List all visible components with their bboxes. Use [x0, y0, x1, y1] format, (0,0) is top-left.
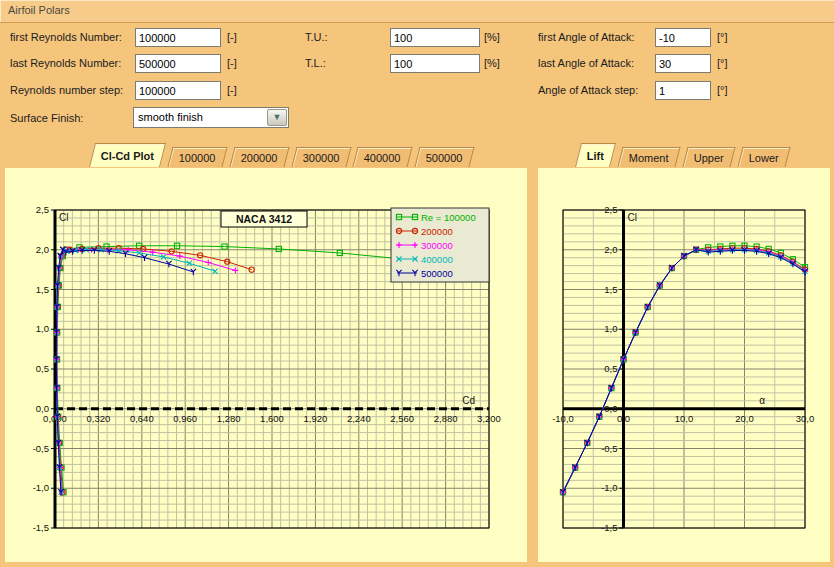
tab-label: Cl-Cd Plot [101, 150, 154, 162]
svg-text:0,320: 0,320 [87, 413, 111, 424]
chart-title: NACA 3412 [236, 213, 292, 225]
reynolds-step-unit: [-] [227, 84, 237, 96]
surface-finish-select[interactable]: smooth finish ▼ [133, 107, 289, 128]
legend-entry: Re = 100000 [421, 212, 476, 223]
last-reynolds-input[interactable] [135, 54, 221, 73]
tl-label: T.L.: [305, 57, 326, 69]
svg-text:0,640: 0,640 [130, 413, 154, 424]
svg-text:1,5: 1,5 [604, 284, 617, 295]
svg-text:Cl: Cl [59, 212, 68, 223]
svg-text:2,880: 2,880 [434, 413, 458, 424]
legend-entry: 300000 [421, 240, 453, 251]
first-reynolds-input[interactable] [135, 28, 221, 47]
svg-text:-1,5: -1,5 [33, 522, 49, 533]
legend-entry: 500000 [421, 268, 453, 279]
svg-text:20,0: 20,0 [735, 413, 754, 424]
tab-label: 300000 [302, 152, 339, 164]
svg-text:2,5: 2,5 [604, 204, 617, 215]
tu-unit: [%] [484, 31, 500, 43]
svg-text:10,0: 10,0 [675, 413, 694, 424]
tab-300000[interactable]: 300000 [291, 147, 351, 167]
svg-text:2,0: 2,0 [604, 244, 617, 255]
surface-finish-label: Surface Finish: [10, 112, 83, 124]
reynolds-step-input[interactable] [135, 81, 221, 100]
tab-label: 100000 [179, 152, 216, 164]
svg-text:2,5: 2,5 [36, 204, 49, 215]
first-aoa-unit: [°] [717, 31, 728, 43]
svg-text:3,200: 3,200 [477, 413, 501, 424]
tab-100000[interactable]: 100000 [168, 147, 228, 167]
tu-label: T.U.: [305, 31, 328, 43]
svg-text:0,5: 0,5 [604, 363, 617, 374]
svg-text:-1,0: -1,0 [33, 482, 49, 493]
svg-text:2,240: 2,240 [347, 413, 371, 424]
tab-label: 500000 [426, 152, 463, 164]
window-header: Airfoil Polars [0, 0, 834, 23]
last-aoa-input[interactable] [655, 54, 711, 73]
last-reynolds-unit: [-] [227, 57, 237, 69]
svg-text:0,0: 0,0 [617, 413, 630, 424]
first-reynolds-label: first Reynolds Number: [10, 31, 122, 43]
tab-lower[interactable]: Lower [737, 147, 790, 167]
polar-tabbar: Cl-Cd Plot100000200000300000400000500000 [92, 144, 472, 167]
svg-text:-1,5: -1,5 [601, 522, 617, 533]
aoa-step-label: Angle of Attack step: [538, 84, 638, 96]
svg-text:-0,5: -0,5 [601, 443, 617, 454]
first-reynolds-unit: [-] [227, 31, 237, 43]
svg-text:1,280: 1,280 [217, 413, 241, 424]
svg-text:0,0: 0,0 [604, 403, 617, 414]
chevron-down-icon[interactable]: ▼ [267, 109, 287, 126]
legend-entry: 200000 [421, 226, 453, 237]
tab-label: 200000 [241, 152, 278, 164]
last-aoa-label: last Angle of Attack: [538, 57, 634, 69]
tab-label: 400000 [364, 152, 401, 164]
tab-label: Moment [629, 152, 669, 164]
aoa-step-unit: [°] [717, 84, 728, 96]
svg-text:Cd: Cd [462, 395, 475, 406]
tu-input[interactable] [390, 28, 480, 47]
tab-500000[interactable]: 500000 [415, 147, 475, 167]
svg-text:0,5: 0,5 [36, 363, 49, 374]
svg-text:1,920: 1,920 [304, 413, 328, 424]
svg-text:1,600: 1,600 [260, 413, 284, 424]
lift-chart-panel: 2,52,01,51,00,50,0-0,5-1,0-1,5-10,00,010… [538, 168, 830, 562]
tab-moment[interactable]: Moment [618, 147, 681, 167]
cl-cd-chart-panel: 2,52,01,51,00,50,0-0,5-1,0-1,50,0000,320… [5, 168, 527, 562]
first-aoa-label: first Angle of Attack: [538, 31, 635, 43]
last-reynolds-label: last Reynolds Number: [10, 57, 121, 69]
svg-text:2,0: 2,0 [36, 244, 49, 255]
last-aoa-unit: [°] [717, 57, 728, 69]
tab-upper[interactable]: Upper [682, 147, 735, 167]
tl-input[interactable] [390, 54, 480, 73]
surface-finish-value: smooth finish [138, 111, 203, 123]
airfoil-polars-window: Airfoil Polars first Reynolds Number: [-… [0, 0, 834, 567]
tl-unit: [%] [484, 57, 500, 69]
tab-label: Lower [749, 152, 779, 164]
svg-text:1,5: 1,5 [36, 284, 49, 295]
first-aoa-input[interactable] [655, 28, 711, 47]
aoa-step-input[interactable] [655, 81, 711, 100]
cl-cd-plot-svg: 2,52,01,51,00,50,0-0,5-1,0-1,50,0000,320… [5, 168, 527, 562]
tab-400000[interactable]: 400000 [353, 147, 413, 167]
lift-plot-svg: 2,52,01,51,00,50,0-0,5-1,0-1,5-10,00,010… [538, 168, 830, 562]
svg-text:-10,0: -10,0 [552, 413, 574, 424]
svg-text:0,960: 0,960 [173, 413, 197, 424]
legend-entry: 400000 [421, 254, 453, 265]
svg-text:1,0: 1,0 [604, 323, 617, 334]
tab-cl-cd-plot[interactable]: Cl-Cd Plot [89, 143, 166, 167]
svg-text:-0,5: -0,5 [33, 443, 49, 454]
svg-text:Cl: Cl [628, 212, 637, 223]
svg-text:α: α [759, 395, 765, 406]
curve-tabbar: LiftMomentUpperLower [578, 144, 788, 167]
tab-200000[interactable]: 200000 [229, 147, 289, 167]
svg-text:-1,0: -1,0 [601, 482, 617, 493]
page-title: Airfoil Polars [8, 4, 70, 16]
svg-text:1,0: 1,0 [36, 323, 49, 334]
tab-lift[interactable]: Lift [575, 143, 616, 167]
tab-label: Upper [694, 152, 724, 164]
svg-text:2,560: 2,560 [390, 413, 414, 424]
svg-text:30,0: 30,0 [796, 413, 815, 424]
reynolds-step-label: Reynolds number step: [10, 84, 123, 96]
tab-label: Lift [587, 150, 604, 162]
